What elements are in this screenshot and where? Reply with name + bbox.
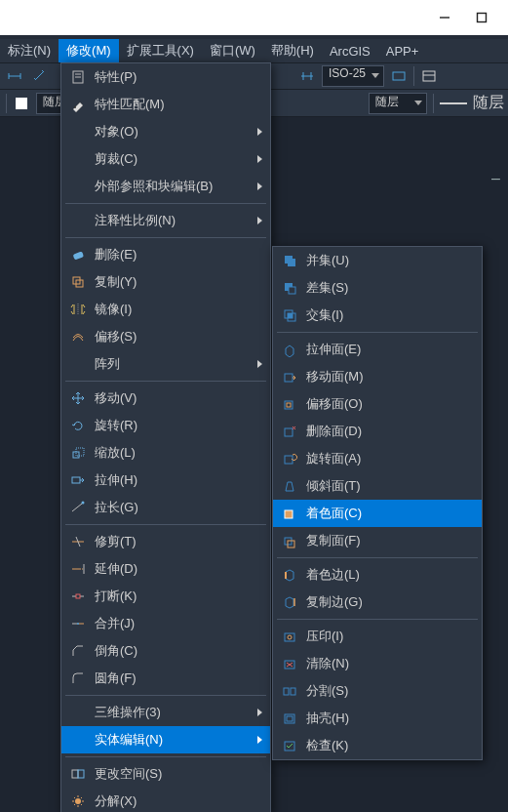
sub-item-delete-face[interactable]: 删除面(D) — [273, 418, 482, 445]
sub-item-color-edge[interactable]: 着色边(L) — [273, 561, 482, 589]
menu-label: 打断(K) — [95, 588, 262, 605]
menu-item-stretch[interactable]: 拉伸(H) — [61, 467, 270, 494]
erase-icon — [67, 244, 89, 265]
menu-item-fillet[interactable]: 圆角(F) — [61, 665, 270, 692]
menu-window[interactable]: 窗口(W) — [202, 39, 263, 62]
menu-item-clip[interactable]: 剪裁(C) — [61, 145, 270, 173]
menu-item-object[interactable]: 对象(O) — [61, 118, 270, 145]
menu-item-match-props[interactable]: 特性匹配(M) — [61, 91, 270, 118]
dimaligned-icon[interactable] — [29, 65, 51, 87]
submenu-arrow-icon — [257, 217, 262, 224]
sub-item-copy-edge[interactable]: 复制边(G) — [273, 589, 482, 616]
layer-color-icon[interactable] — [11, 93, 32, 114]
trim-icon — [67, 531, 89, 552]
svg-point-32 — [75, 798, 81, 804]
sub-item-copy-face[interactable]: 复制面(F) — [273, 527, 482, 554]
dimlinear-icon[interactable] — [4, 65, 25, 87]
menu-label: 合并(J) — [95, 615, 262, 632]
subtract-icon — [279, 277, 300, 299]
table-icon[interactable] — [418, 65, 440, 87]
dimupdate-icon[interactable] — [388, 65, 410, 87]
menu-item-rotate[interactable]: 旋转(R) — [61, 412, 270, 439]
menu-item-array[interactable]: 阵列 — [61, 350, 270, 378]
svg-rect-26 — [76, 594, 80, 598]
menu-item-xref-block[interactable]: 外部参照和块编辑(B) — [61, 173, 270, 200]
layer2-select[interactable]: 随层 — [369, 93, 427, 114]
menu-label: 倾斜面(T) — [306, 477, 474, 495]
menu-item-3d-ops[interactable]: 三维操作(3) — [61, 699, 270, 726]
menu-separator — [277, 332, 478, 333]
shell-icon — [279, 708, 300, 729]
menu-item-anno-scale[interactable]: 注释性比例(N) — [61, 207, 270, 234]
menu-item-mirror[interactable]: 镜像(I) — [61, 296, 270, 323]
sub-item-imprint[interactable]: 压印(I) — [273, 623, 482, 650]
menu-app-plus[interactable]: APP+ — [378, 39, 427, 62]
menu-item-break[interactable]: 打断(K) — [61, 583, 270, 610]
menu-help[interactable]: 帮助(H) — [263, 39, 322, 62]
menu-item-extend[interactable]: 延伸(D) — [61, 555, 270, 583]
menu-item-scale[interactable]: 缩放(L) — [61, 439, 270, 467]
menu-label: 圆角(F) — [95, 670, 262, 687]
sub-item-check[interactable]: 检查(K) — [273, 732, 482, 759]
sub-item-separate[interactable]: 分割(S) — [273, 677, 482, 705]
menu-item-copy[interactable]: 复制(Y) — [61, 268, 270, 296]
sub-item-union[interactable]: 并集(U) — [273, 247, 482, 274]
sub-item-intersect[interactable]: 交集(I) — [273, 302, 482, 329]
svg-rect-34 — [288, 259, 295, 266]
dimstyle-select[interactable]: ISO-25 — [322, 65, 384, 87]
menu-item-solid-editing[interactable]: 实体编辑(N) — [61, 726, 270, 753]
menu-item-change-space[interactable]: 更改空间(S) — [61, 760, 270, 788]
sub-item-move-face[interactable]: 移动面(M) — [273, 363, 482, 390]
menu-arcgis[interactable]: ArcGIS — [322, 39, 378, 62]
menu-item-properties[interactable]: 特性(P) — [61, 63, 270, 91]
blank-icon — [67, 121, 89, 142]
menu-separator — [277, 619, 478, 620]
svg-rect-44 — [285, 456, 293, 464]
dimstyle-value: ISO-25 — [329, 66, 366, 80]
sub-item-clean[interactable]: 清除(N) — [273, 650, 482, 677]
menu-item-lengthen[interactable]: 拉长(G) — [61, 494, 270, 521]
solid-edit-submenu: 并集(U) 差集(S) 交集(I) 拉伸面(E) 移动面(M) 偏移面(O) 删… — [272, 246, 483, 760]
sub-item-offset-face[interactable]: 偏移面(O) — [273, 390, 482, 418]
menu-item-move[interactable]: 移动(V) — [61, 385, 270, 412]
minimize-button[interactable] — [426, 4, 463, 31]
menu-separator — [65, 381, 266, 382]
svg-rect-5 — [16, 98, 27, 109]
delete-face-icon — [279, 421, 300, 442]
sub-item-rotate-face[interactable]: 旋转面(A) — [273, 445, 482, 472]
blank-icon — [67, 729, 89, 751]
menu-modify[interactable]: 修改(M) — [59, 39, 119, 62]
menu-label: 抽壳(H) — [306, 710, 474, 727]
offset-face-icon — [279, 393, 300, 415]
menu-item-explode[interactable]: 分解(X) — [61, 788, 270, 812]
svg-rect-39 — [288, 313, 293, 318]
sub-item-shell[interactable]: 抽壳(H) — [273, 705, 482, 732]
menu-label: 分解(X) — [95, 792, 262, 810]
menu-item-offset[interactable]: 偏移(S) — [61, 323, 270, 350]
maximize-button[interactable] — [463, 4, 500, 31]
move-icon — [67, 387, 89, 409]
chevron-down-icon — [414, 101, 422, 105]
menu-item-erase[interactable]: 删除(E) — [61, 241, 270, 268]
menu-label: 三维操作(3) — [95, 704, 257, 721]
svg-line-17 — [72, 504, 82, 511]
menu-item-chamfer[interactable]: 倒角(C) — [61, 637, 270, 665]
copy-edge-icon — [279, 591, 300, 613]
menu-annotate[interactable]: 标注(N) — [0, 39, 59, 62]
dash-marker: – — [491, 170, 500, 187]
sub-item-extrude-face[interactable]: 拉伸面(E) — [273, 336, 482, 363]
menu-label: 删除(E) — [95, 246, 262, 264]
menu-item-join[interactable]: 合并(J) — [61, 610, 270, 637]
menu-label: 偏移面(O) — [306, 395, 474, 413]
svg-rect-40 — [285, 374, 293, 382]
svg-rect-42 — [287, 403, 291, 407]
menu-item-trim[interactable]: 修剪(T) — [61, 528, 270, 555]
sub-item-subtract[interactable]: 差集(S) — [273, 274, 482, 302]
sub-item-color-face[interactable]: 着色面(C) — [273, 500, 482, 527]
menu-ext-tools[interactable]: 扩展工具(X) — [119, 39, 202, 62]
menu-label: 删除面(D) — [306, 423, 474, 440]
svg-rect-30 — [72, 770, 78, 778]
mirror-icon — [67, 299, 89, 320]
dimstyle-icon[interactable] — [296, 65, 318, 87]
sub-item-taper-face[interactable]: 倾斜面(T) — [273, 472, 482, 500]
